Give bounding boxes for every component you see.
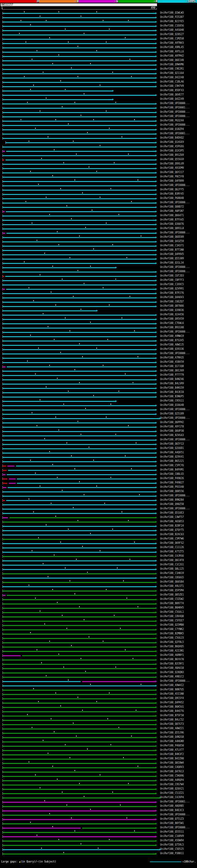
hit-row[interactable]: UniRef100_UPI0000...	[0, 110, 197, 114]
hit-label[interactable]: UniRef100_Q69FS2	[160, 541, 196, 545]
hit-label[interactable]: UniRef100_B2CNY1	[160, 662, 196, 665]
hsp-segment[interactable]	[2, 698, 156, 699]
hsp-segment[interactable]	[2, 448, 156, 449]
hsp-segment[interactable]	[2, 664, 156, 665]
hsp-segment[interactable]	[2, 267, 116, 268]
hit-label[interactable]: UniRef100_Q4PH52	[160, 701, 196, 704]
hit-row[interactable]: UniRef100_C1E056	[0, 23, 197, 28]
hit-row[interactable]: UniRef100_B7PJ76	[0, 291, 197, 295]
hsp-segment[interactable]	[2, 500, 5, 501]
hit-label[interactable]: UniRef100_A8Q9B5	[160, 805, 196, 808]
hsp-segment[interactable]	[9, 478, 16, 479]
hit-label[interactable]: UniRef100_P46850	[160, 744, 196, 747]
hsp-segment[interactable]	[2, 379, 156, 380]
hsp-segment[interactable]	[8, 487, 156, 488]
hit-row[interactable]: UniRef100_UPI0001...	[0, 105, 197, 110]
hsp-segment[interactable]	[2, 310, 96, 311]
hsp-segment[interactable]	[2, 177, 156, 178]
hit-row[interactable]: UniRef100_C9E2R1	[0, 66, 197, 71]
hit-row[interactable]: UniRef100_P0C5Y8	[0, 174, 197, 179]
hit-row[interactable]: UniRef100_UPI0001...	[0, 131, 197, 135]
hit-label[interactable]: UniRef100_Q29X41	[160, 456, 196, 459]
hit-label[interactable]: UniRef100_C5K096	[160, 774, 196, 777]
hsp-segment[interactable]	[9, 483, 16, 484]
hsp-segment[interactable]	[2, 134, 156, 134]
hit-label[interactable]: UniRef100_B4IZ80	[160, 757, 196, 760]
hsp-segment[interactable]	[17, 478, 156, 479]
hit-label[interactable]: UniRef100_C5ZGW2	[160, 598, 196, 601]
hsp-segment[interactable]	[22, 655, 156, 656]
hit-label[interactable]: UniRef100_A0AU10	[160, 666, 196, 670]
hit-label[interactable]: UniRef100_C1BLA6	[160, 81, 196, 84]
hit-label[interactable]: UniRef100_UPI0000...	[160, 507, 196, 510]
hsp-segment[interactable]	[2, 453, 156, 454]
hsp-segment[interactable]	[2, 509, 156, 509]
hsp-segment[interactable]	[2, 237, 156, 238]
hsp-segment[interactable]	[2, 173, 156, 173]
hsp-segment[interactable]	[2, 86, 156, 87]
hit-row[interactable]: UniRef100_B4HIT6	[0, 709, 197, 713]
hit-label[interactable]: UniRef100_Q2UUD1	[160, 447, 196, 450]
hit-row[interactable]: UniRef100_Q6VE77	[0, 92, 197, 97]
hsp-segment[interactable]	[2, 810, 156, 811]
hit-label[interactable]: UniRef100_B7S3X5	[160, 339, 196, 342]
hsp-segment[interactable]	[2, 491, 156, 492]
hit-label[interactable]: UniRef100_B6H0V5	[160, 606, 196, 609]
hit-row[interactable]: UniRef100_B7FX45	[0, 217, 197, 222]
hit-row[interactable]: UniRef100_B4JEI0	[0, 390, 197, 394]
hit-row[interactable]: UniRef100_P49026	[0, 476, 197, 480]
hit-label[interactable]: UniRef100_C4JVP4	[160, 796, 196, 799]
hit-label[interactable]: UniRef100_A7TZT5	[160, 550, 196, 553]
hit-row[interactable]: UniRef100_Q6UP30	[0, 429, 197, 433]
hsp-segment[interactable]	[2, 849, 159, 850]
hit-row[interactable]: UniRef100_B7S3X5	[0, 338, 197, 342]
hsp-segment[interactable]	[2, 673, 156, 673]
hit-label[interactable]: UniRef100_P49026	[160, 477, 196, 480]
hsp-segment[interactable]	[2, 569, 156, 570]
hsp-segment[interactable]	[2, 763, 156, 764]
hit-row[interactable]: UniRef100_UPI0000...	[0, 416, 197, 420]
hit-row[interactable]: UniRef100_C1C2G1	[0, 562, 197, 566]
hit-row[interactable]: UniRef100_Q6EE89	[0, 235, 197, 239]
hsp-segment[interactable]	[2, 228, 156, 229]
hit-row[interactable]: UniRef100_B2MBK5	[0, 631, 197, 636]
hit-label[interactable]: UniRef100_A5PGE6	[160, 145, 196, 148]
hit-label[interactable]: UniRef100_Q26X21	[160, 787, 196, 790]
hit-label[interactable]: UniRef100_P25387	[160, 16, 196, 19]
hit-label[interactable]: UniRef100_A4QV51	[160, 451, 196, 454]
hit-row[interactable]: UniRef100_C1H019	[0, 571, 197, 575]
hit-row[interactable]: UniRef100_B6QAD5	[0, 644, 197, 648]
hit-label[interactable]: UniRef100_UPI0001...	[160, 800, 196, 803]
hit-row[interactable]: UniRef100_A4QV51	[0, 450, 197, 455]
hit-row[interactable]: UniRef100_C6EZQ7	[0, 299, 197, 304]
hit-label[interactable]: UniRef100_B4E3C3	[160, 809, 196, 812]
hsp-segment[interactable]	[2, 556, 156, 557]
hit-row[interactable]: UniRef100_Q66471	[0, 213, 197, 217]
hsp-segment[interactable]	[2, 414, 156, 415]
hit-row[interactable]: UniRef100_Q6PPH2	[0, 420, 197, 424]
hit-row[interactable]: UniRef100_Q9XLU9	[0, 161, 197, 166]
hit-label[interactable]: UniRef100_Q2FBL5	[160, 641, 196, 644]
hit-row[interactable]: UniRef100_B2VG63	[0, 433, 197, 437]
hit-row[interactable]: UniRef100_Q05ZE1	[0, 592, 197, 597]
hit-row[interactable]: UniRef100_UPI0000...	[0, 679, 197, 683]
hit-row[interactable]: UniRef100_P93340	[0, 485, 197, 489]
hit-row[interactable]: UniRef100_A9RL45	[0, 45, 197, 49]
hsp-segment[interactable]	[2, 198, 156, 199]
hit-label[interactable]: UniRef100_B7FX45	[160, 218, 196, 221]
hsp-segment[interactable]	[5, 159, 156, 160]
hit-label[interactable]: UniRef100_A9Y1T8	[160, 425, 196, 428]
hit-label[interactable]: UniRef100_C6EZQ7	[160, 300, 196, 303]
hit-label[interactable]: UniRef100_P63244	[160, 119, 196, 122]
hit-label[interactable]: UniRef100_B4LC52	[160, 718, 196, 721]
hsp-segment[interactable]	[2, 185, 156, 186]
hsp-segment[interactable]	[2, 435, 156, 436]
hit-row[interactable]: UniRef100_Q1X3P5	[0, 148, 197, 153]
hsp-segment[interactable]	[2, 323, 156, 324]
hsp-segment[interactable]	[2, 526, 156, 527]
hit-label[interactable]: UniRef100_A9B1C2	[160, 675, 196, 678]
hsp-segment[interactable]	[2, 608, 156, 609]
hit-row[interactable]: UniRef100_Q4Z249	[0, 97, 197, 101]
hit-row[interactable]: UniRef100_Q39836	[0, 308, 197, 312]
hit-label[interactable]: UniRef100_A9RL45	[160, 46, 196, 49]
